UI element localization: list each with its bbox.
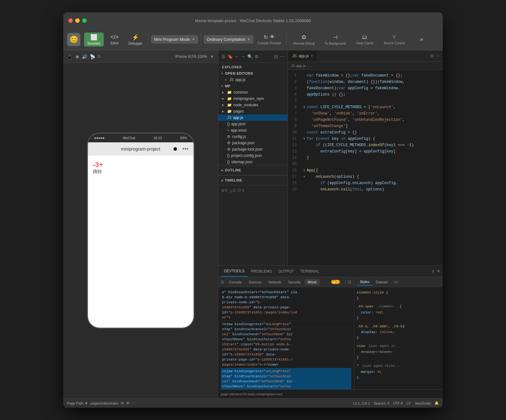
- page-path-copy-icon[interactable]: ⧉: [121, 401, 124, 405]
- config-js-label: config.js: [232, 134, 246, 139]
- explorer-split-icon[interactable]: ⊟: [274, 54, 278, 59]
- phone-nav-record[interactable]: ⏺: [173, 146, 178, 152]
- devtools-tab-output[interactable]: OUTPUT: [275, 266, 297, 277]
- devtools-collapse-icon[interactable]: ∧: [432, 269, 435, 274]
- code-line-10: 10 const extraConfig = {}: [288, 129, 443, 136]
- devtools-tab-devtools[interactable]: DEVTOOLS: [221, 266, 248, 277]
- debugger-button[interactable]: ⚡ Debugger: [125, 33, 145, 46]
- tree-item-miniprogram-npm[interactable]: ▶ 📁 miniprogram_npm: [218, 96, 287, 102]
- sim-dropdown-icon[interactable]: ▼: [210, 54, 214, 59]
- devtools-tab-terminal[interactable]: TERMINAL: [297, 266, 323, 277]
- more-editor-icon[interactable]: ⋯: [436, 53, 440, 58]
- phone-network: WeChat: [123, 136, 135, 140]
- devtools-close-icon[interactable]: ✕: [437, 269, 440, 274]
- status-more-item[interactable]: ⋯: [132, 401, 136, 405]
- timeline-section[interactable]: ▶ TIMELINE: [218, 175, 287, 185]
- explorer-hamburger-icon[interactable]: ☰: [221, 54, 225, 59]
- close-button[interactable]: [68, 18, 73, 23]
- explorer-settings-icon[interactable]: ⚙: [255, 54, 259, 59]
- sim-toolbar-audio-icon[interactable]: 🔊: [82, 54, 87, 59]
- tree-item-common[interactable]: ▶ 📁 common: [218, 89, 287, 96]
- tree-item-app-json[interactable]: {} app.json: [218, 121, 287, 127]
- console-tab-wxml[interactable]: Wxml: [305, 279, 320, 285]
- sim-toolbar-rotate-icon[interactable]: ↻: [98, 54, 102, 59]
- tree-item-sitemap-json[interactable]: {} sitemap.json: [218, 159, 287, 165]
- explorer-more-icon[interactable]: ⋯: [280, 54, 284, 59]
- tree-item-package-json[interactable]: ⚙ package.json: [218, 140, 287, 146]
- open-editors-section[interactable]: ▼ OPEN EDITORS: [218, 70, 287, 77]
- styles-tab-dataset[interactable]: Dataset: [373, 279, 391, 285]
- preview-icon[interactable]: 👁: [270, 34, 275, 40]
- sim-toolbar-phone-icon[interactable]: 📱: [67, 54, 72, 59]
- console-row-3[interactable]: <view bindlongpress="onLongPress" nTap" …: [221, 368, 351, 389]
- styles-tab-more[interactable]: >>: [391, 279, 401, 285]
- open-file-item[interactable]: ✕ JS app.js: [218, 77, 287, 83]
- code-line-17: 17 ∨ onLaunch(options) {: [288, 174, 443, 180]
- explorer-forward-icon[interactable]: →: [241, 54, 245, 59]
- clear-cache-button[interactable]: 🗂 Clear Cache: [352, 33, 378, 46]
- maximize-button[interactable]: [82, 18, 87, 23]
- tree-item-project-config-json[interactable]: {} project.config.json: [218, 152, 287, 159]
- tab-close-icon[interactable]: ✕: [311, 54, 313, 58]
- console-expand-icon[interactable]: ⊡: [348, 280, 351, 284]
- devtools-tab-problems[interactable]: PROBLEMS: [248, 266, 275, 277]
- tree-item-app-wxss[interactable]: ~ app.wxss: [218, 127, 287, 133]
- source-control-button[interactable]: ⑂ Source Control: [379, 33, 409, 46]
- console-tab-sources[interactable]: Sources: [245, 279, 264, 285]
- console-tab-console[interactable]: Console: [226, 279, 245, 285]
- console-tree-icon[interactable]: ⊟: [221, 280, 224, 284]
- tree-item-package-lock-json[interactable]: ⚙ package-lock.json: [218, 146, 287, 152]
- tree-item-node-modules[interactable]: ▶ 📁 node_modules: [218, 102, 287, 108]
- code-line-15: 15: [288, 161, 443, 167]
- remote-debug-button[interactable]: ⚙ Remote Debug: [289, 33, 319, 46]
- tree-item-pages[interactable]: ▶ 📁 pages: [218, 108, 287, 114]
- language-item[interactable]: JavaScript: [415, 401, 431, 405]
- page-path-value[interactable]: pages/index/index: [90, 401, 119, 405]
- common-arrow: ▶: [222, 91, 224, 94]
- open-editors-label: OPEN EDITORS: [225, 71, 253, 75]
- encoding-item[interactable]: UTF-8: [393, 401, 403, 405]
- eye-icon-item[interactable]: 👁: [126, 401, 130, 405]
- spaces-item[interactable]: Spaces: 4: [374, 401, 389, 405]
- to-background-button[interactable]: ⊣ To Background: [320, 33, 350, 46]
- refresh-icon[interactable]: ↻: [264, 34, 268, 40]
- notification-icon-item[interactable]: 🔔: [435, 401, 439, 405]
- minimize-button[interactable]: [75, 18, 80, 23]
- explorer-bookmark-icon[interactable]: 🔖: [227, 54, 233, 59]
- console-row-1[interactable]: e" bindtouchstart="onTouchStart" cla 5-d…: [221, 289, 351, 321]
- code-content[interactable]: 1 var fakeWindow = {};var fakeDocument =…: [288, 70, 443, 265]
- split-editor-icon[interactable]: ⊟: [430, 53, 434, 58]
- common-folder-icon: 📁: [227, 90, 232, 95]
- phone-nav-dots[interactable]: •••: [182, 146, 188, 152]
- styles-tab-styles[interactable]: Styles: [357, 279, 373, 286]
- console-tab-network[interactable]: Network: [265, 279, 284, 285]
- explorer-back-icon[interactable]: ←: [235, 54, 239, 59]
- breadcrumb-filename: app.js: [296, 64, 305, 68]
- explorer-search-icon[interactable]: 🔍: [247, 54, 253, 59]
- code-line-9: 9 'onThemeChange']: [288, 123, 443, 129]
- editor-tab-app-js[interactable]: JS app.js ✕: [288, 50, 318, 61]
- compilation-dropdown[interactable]: Ordinary Compilation ▼: [204, 35, 254, 44]
- more-icon: »: [420, 36, 423, 43]
- page-path-item[interactable]: Page Path ▼: [67, 401, 88, 405]
- app-json-icon: {}: [227, 122, 230, 126]
- position-item[interactable]: Ln 1, Col 1: [353, 401, 370, 405]
- avatar[interactable]: 😊: [67, 33, 80, 46]
- mode-dropdown[interactable]: Mini Program Mode ▼: [151, 35, 198, 44]
- console-row-2[interactable]: <view bindlongpress="onLongPress" nTap" …: [221, 321, 351, 368]
- more-button[interactable]: »: [410, 35, 433, 44]
- sim-toolbar-record-icon[interactable]: ⏺: [75, 54, 79, 59]
- eol-item[interactable]: LF: [407, 401, 411, 405]
- console-settings-icon[interactable]: ⋮: [343, 280, 347, 284]
- sim-toolbar-network-icon[interactable]: 📡: [90, 54, 95, 59]
- simulator-button[interactable]: ⬜ Simulator: [84, 33, 104, 46]
- editor-button[interactable]: </> Editor: [105, 33, 124, 46]
- tree-item-app-js[interactable]: JS app.js: [218, 114, 287, 121]
- tree-item-config-js[interactable]: ⚙ config.js: [218, 133, 287, 140]
- console-content[interactable]: e" bindtouchstart="onTouchStart" cla 5-d…: [218, 287, 354, 389]
- mp-section[interactable]: ▼ MP: [218, 83, 287, 89]
- jump-button[interactable]: 跳转: [93, 169, 188, 175]
- outline-section[interactable]: ▶ OUTLINE: [218, 165, 287, 175]
- mode-dropdown-arrow: ▼: [192, 38, 195, 41]
- console-tab-security[interactable]: Security: [285, 279, 304, 285]
